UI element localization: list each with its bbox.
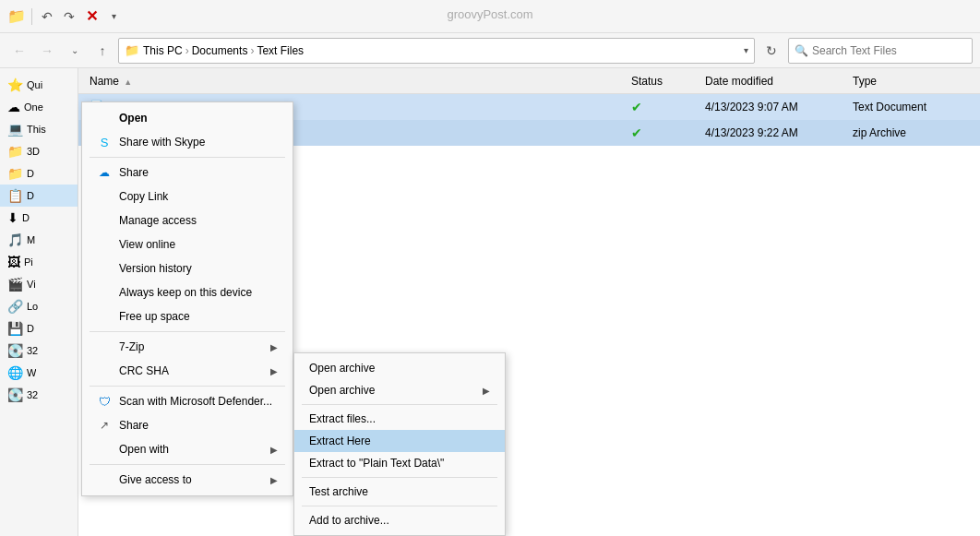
titlebar: 📁 ↶ ↷ ✕ ▾ groovyPost.com [0, 0, 980, 33]
ctx-7zip[interactable]: 7-Zip ▶ [82, 335, 293, 359]
folder-icon[interactable]: 📁 [7, 7, 26, 26]
context-menu: Open S Share with Skype ☁ Share Copy Lin… [81, 101, 293, 496]
ctx-test-archive[interactable]: Test archive [294, 481, 505, 503]
status-check-icon: ✔ [631, 100, 642, 114]
file-status-cell-zip: ✔ [631, 125, 705, 140]
open-with-icon [97, 442, 112, 457]
version-icon [97, 261, 112, 276]
sidebar-item-downloads[interactable]: ⬇ D [0, 207, 78, 229]
ctx-copy-link[interactable]: Copy Link [82, 185, 293, 208]
chevron-down-icon[interactable]: ▾ [104, 7, 123, 26]
ctx-open-with[interactable]: Open with ▶ [82, 437, 293, 461]
docs-icon: 📋 [7, 188, 23, 203]
sidebar-item-label-d3: D [22, 212, 30, 223]
status-check-icon-zip: ✔ [631, 125, 642, 140]
sidebar-item-music[interactable]: 🎵 M [0, 229, 78, 251]
ctx-view-online[interactable]: View online [82, 232, 293, 256]
refresh-button[interactable]: ↻ [759, 38, 784, 64]
ctx-open-archive-2[interactable]: Open archive ▶ [294, 379, 505, 401]
ctx-separator-3 [90, 386, 285, 387]
undo-icon[interactable]: ↶ [38, 7, 56, 26]
quick-access-icon: ⭐ [7, 77, 23, 92]
sidebar-item-label-one: One [24, 101, 43, 113]
ctx-manage-access[interactable]: Manage access [82, 208, 293, 232]
path-this-pc[interactable]: This PC [143, 44, 183, 57]
sidebar-item-label-m: M [27, 234, 35, 245]
back-button[interactable]: ← [7, 39, 31, 63]
ctx-always-keep[interactable]: Always keep on this device [82, 280, 293, 304]
ctx-open[interactable]: Open [82, 106, 293, 130]
sidebar-item-videos[interactable]: 🎬 Vi [0, 273, 78, 295]
sub-sep-3 [302, 506, 497, 506]
sidebar-item-w[interactable]: 🌐 W [0, 362, 78, 384]
submenu-arrow-7zip: ▶ [270, 342, 278, 352]
path-text-files[interactable]: Text Files [257, 44, 304, 57]
col-date-header[interactable]: Date modified [705, 75, 853, 88]
ctx-free-space[interactable]: Free up space [82, 304, 293, 328]
sidebar-item-docs[interactable]: 📋 D [0, 185, 78, 207]
7zip-icon [97, 339, 112, 354]
forward-button[interactable]: → [35, 39, 59, 63]
search-box[interactable]: 🔍 [788, 38, 973, 64]
sidebar-item-desktop[interactable]: 📁 D [0, 162, 78, 185]
keep-icon [97, 285, 112, 300]
path-documents[interactable]: Documents [192, 44, 248, 57]
close-icon[interactable]: ✕ [82, 7, 101, 26]
search-input[interactable] [812, 44, 966, 57]
ctx-extract-to[interactable]: Extract to "Plain Text Data\" [294, 452, 505, 474]
sidebar-item-quick[interactable]: ⭐ Qui [0, 74, 78, 96]
link-icon [97, 189, 112, 204]
ctx-extract-here[interactable]: Extract Here [294, 430, 505, 452]
onedrive-icon: ☁ [7, 100, 20, 114]
col-type-header[interactable]: Type [853, 75, 973, 88]
watermark: groovyPost.com [447, 7, 532, 21]
downloads-icon: ⬇ [7, 210, 18, 225]
up-button[interactable]: ↑ [90, 39, 114, 63]
ctx-defender[interactable]: 🛡 Scan with Microsoft Defender... [82, 389, 293, 413]
ctx-crc-sha[interactable]: CRC SHA ▶ [82, 359, 293, 383]
col-status-header[interactable]: Status [631, 75, 705, 88]
network-w-icon: 🌐 [7, 365, 23, 380]
skype-icon: S [97, 135, 112, 149]
submenu-7zip: Open archive Open archive ▶ Extract file… [293, 352, 506, 536]
file-date-cell-zip: 4/13/2023 9:22 AM [705, 126, 853, 139]
sub-sep-2 [302, 477, 497, 478]
sidebar-item-3d[interactable]: 📁 3D [0, 140, 78, 162]
address-path: This PC › Documents › Text Files [143, 44, 304, 57]
ctx-separator-4 [90, 464, 285, 465]
file-date-cell: 4/13/2023 9:07 AM [705, 101, 853, 113]
col-name-header[interactable]: Name ▲ [86, 75, 631, 88]
ctx-extract-files[interactable]: Extract files... [294, 408, 505, 430]
ctx-share[interactable]: ↗ Share [82, 413, 293, 437]
sidebar-item-pictures[interactable]: 🖼 Pi [0, 251, 78, 273]
ctx-open-archive-1[interactable]: Open archive [294, 357, 505, 379]
sidebar-item-label-32a: 32 [27, 345, 38, 356]
sidebar-item-d4[interactable]: 💾 D [0, 317, 78, 339]
ctx-add-to-archive[interactable]: Add to archive... [294, 509, 505, 531]
sidebar-item-32b[interactable]: 💽 32 [0, 384, 78, 406]
sidebar-item-32a[interactable]: 💽 32 [0, 339, 78, 362]
sort-arrow-icon: ▲ [124, 77, 132, 87]
sidebar-item-label-32b: 32 [27, 389, 38, 400]
path-sep-2: › [250, 44, 254, 57]
sidebar-item-label-w: W [27, 367, 36, 378]
sidebar-item-onedrive[interactable]: ☁ One [0, 96, 78, 118]
ctx-share-skype[interactable]: S Share with Skype [82, 130, 293, 154]
file-status-cell: ✔ [631, 100, 705, 114]
dropdown-button[interactable]: ⌄ [63, 39, 87, 63]
submenu-arrow-open-archive: ▶ [483, 386, 490, 396]
free-space-icon [97, 309, 112, 324]
address-box[interactable]: 📁 This PC › Documents › Text Files ▾ [118, 38, 755, 64]
ctx-give-access[interactable]: Give access to ▶ [82, 468, 293, 492]
sidebar-item-label-vi: Vi [27, 279, 36, 290]
manage-icon [97, 213, 112, 228]
file-type-cell: Text Document [853, 101, 973, 113]
address-dropdown-icon[interactable]: ▾ [744, 45, 748, 55]
sidebar-item-thispc[interactable]: 💻 This [0, 118, 78, 140]
sidebar-item-local[interactable]: 🔗 Lo [0, 295, 78, 317]
crc-icon [97, 363, 112, 378]
ctx-share-cloud[interactable]: ☁ Share [82, 161, 293, 185]
redo-icon[interactable]: ↷ [60, 7, 78, 26]
ctx-version-history[interactable]: Version history [82, 256, 293, 280]
share-icon: ↗ [97, 418, 112, 433]
